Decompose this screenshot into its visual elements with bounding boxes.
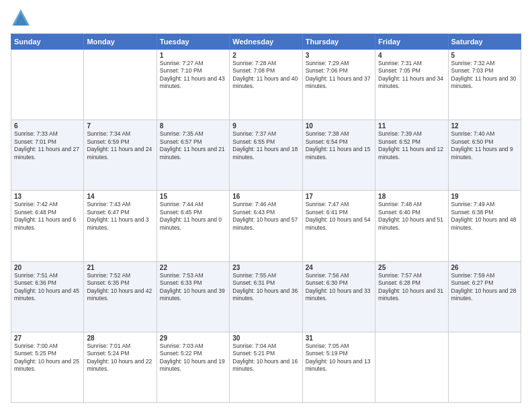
day-cell <box>375 332 448 402</box>
day-info: Sunrise: 7:43 AMSunset: 6:47 PMDaylight:… <box>87 201 153 232</box>
day-info: Sunrise: 7:39 AMSunset: 6:52 PMDaylight:… <box>378 130 445 161</box>
day-cell: 11Sunrise: 7:39 AMSunset: 6:52 PMDayligh… <box>375 120 448 191</box>
day-info: Sunrise: 7:27 AMSunset: 7:10 PMDaylight:… <box>160 60 226 91</box>
week-row-2: 6Sunrise: 7:33 AMSunset: 7:01 PMDaylight… <box>11 120 521 191</box>
weekday-header-sunday: Sunday <box>11 34 84 50</box>
day-info: Sunrise: 7:31 AMSunset: 7:05 PMDaylight:… <box>378 60 445 91</box>
day-number: 7 <box>87 122 153 130</box>
day-number: 9 <box>232 122 299 130</box>
day-info: Sunrise: 7:32 AMSunset: 7:03 PMDaylight:… <box>451 60 518 91</box>
week-row-3: 13Sunrise: 7:42 AMSunset: 6:48 PMDayligh… <box>11 191 521 261</box>
day-number: 4 <box>378 52 445 59</box>
day-cell: 13Sunrise: 7:42 AMSunset: 6:48 PMDayligh… <box>11 191 84 261</box>
day-cell: 21Sunrise: 7:52 AMSunset: 6:35 PMDayligh… <box>84 261 157 332</box>
day-cell: 24Sunrise: 7:56 AMSunset: 6:30 PMDayligh… <box>302 261 375 332</box>
day-cell: 20Sunrise: 7:51 AMSunset: 6:36 PMDayligh… <box>11 261 84 332</box>
weekday-header-friday: Friday <box>375 34 448 50</box>
day-number: 16 <box>232 193 299 200</box>
day-info: Sunrise: 7:47 AMSunset: 6:41 PMDaylight:… <box>306 201 372 232</box>
day-number: 27 <box>14 334 81 342</box>
day-number: 29 <box>160 334 226 342</box>
day-cell: 4Sunrise: 7:31 AMSunset: 7:05 PMDaylight… <box>375 50 448 120</box>
page: SundayMondayTuesdayWednesdayThursdayFrid… <box>0 0 532 411</box>
day-number: 13 <box>14 193 81 200</box>
day-number: 23 <box>232 264 299 271</box>
day-info: Sunrise: 7:42 AMSunset: 6:48 PMDaylight:… <box>14 201 81 232</box>
day-number: 28 <box>87 334 153 342</box>
day-info: Sunrise: 7:00 AMSunset: 5:25 PMDaylight:… <box>14 342 81 373</box>
day-cell: 8Sunrise: 7:35 AMSunset: 6:57 PMDaylight… <box>157 120 229 191</box>
header <box>11 8 521 28</box>
day-info: Sunrise: 7:49 AMSunset: 6:38 PMDaylight:… <box>451 201 518 232</box>
day-info: Sunrise: 7:51 AMSunset: 6:36 PMDaylight:… <box>14 272 81 303</box>
day-number: 12 <box>451 122 518 130</box>
day-cell <box>84 50 157 120</box>
day-cell: 14Sunrise: 7:43 AMSunset: 6:47 PMDayligh… <box>84 191 157 261</box>
day-cell: 18Sunrise: 7:48 AMSunset: 6:40 PMDayligh… <box>375 191 448 261</box>
day-info: Sunrise: 7:40 AMSunset: 6:50 PMDaylight:… <box>451 130 518 161</box>
day-info: Sunrise: 7:48 AMSunset: 6:40 PMDaylight:… <box>378 201 445 232</box>
day-cell: 26Sunrise: 7:59 AMSunset: 6:27 PMDayligh… <box>448 261 521 332</box>
day-cell: 15Sunrise: 7:44 AMSunset: 6:45 PMDayligh… <box>157 191 229 261</box>
day-info: Sunrise: 7:05 AMSunset: 5:19 PMDaylight:… <box>306 342 372 373</box>
day-cell: 23Sunrise: 7:55 AMSunset: 6:31 PMDayligh… <box>230 261 302 332</box>
day-number: 10 <box>306 122 372 130</box>
day-info: Sunrise: 7:33 AMSunset: 7:01 PMDaylight:… <box>14 130 81 161</box>
day-cell: 31Sunrise: 7:05 AMSunset: 5:19 PMDayligh… <box>302 332 375 402</box>
day-info: Sunrise: 7:37 AMSunset: 6:55 PMDaylight:… <box>232 130 299 161</box>
day-number: 14 <box>87 193 153 200</box>
logo <box>11 8 34 28</box>
day-number: 25 <box>378 264 445 271</box>
day-number: 20 <box>14 264 81 271</box>
day-number: 15 <box>160 193 226 200</box>
day-cell: 25Sunrise: 7:57 AMSunset: 6:28 PMDayligh… <box>375 261 448 332</box>
day-info: Sunrise: 7:57 AMSunset: 6:28 PMDaylight:… <box>378 272 445 303</box>
day-info: Sunrise: 7:59 AMSunset: 6:27 PMDaylight:… <box>451 272 518 303</box>
day-cell: 2Sunrise: 7:28 AMSunset: 7:08 PMDaylight… <box>230 50 302 120</box>
day-number: 18 <box>378 193 445 200</box>
day-number: 22 <box>160 264 226 271</box>
day-info: Sunrise: 7:28 AMSunset: 7:08 PMDaylight:… <box>232 60 299 91</box>
day-number: 8 <box>160 122 226 130</box>
day-number: 19 <box>451 193 518 200</box>
day-info: Sunrise: 7:44 AMSunset: 6:45 PMDaylight:… <box>160 201 226 232</box>
week-row-1: 1Sunrise: 7:27 AMSunset: 7:10 PMDaylight… <box>11 50 521 120</box>
day-info: Sunrise: 7:03 AMSunset: 5:22 PMDaylight:… <box>160 342 226 373</box>
day-cell: 29Sunrise: 7:03 AMSunset: 5:22 PMDayligh… <box>157 332 229 402</box>
day-cell: 10Sunrise: 7:38 AMSunset: 6:54 PMDayligh… <box>302 120 375 191</box>
day-info: Sunrise: 7:01 AMSunset: 5:24 PMDaylight:… <box>87 342 153 373</box>
weekday-header-row: SundayMondayTuesdayWednesdayThursdayFrid… <box>11 34 521 50</box>
day-info: Sunrise: 7:38 AMSunset: 6:54 PMDaylight:… <box>306 130 372 161</box>
day-number: 6 <box>14 122 81 130</box>
day-info: Sunrise: 7:34 AMSunset: 6:59 PMDaylight:… <box>87 130 153 161</box>
day-cell: 19Sunrise: 7:49 AMSunset: 6:38 PMDayligh… <box>448 191 521 261</box>
day-number: 3 <box>306 52 372 59</box>
day-cell: 17Sunrise: 7:47 AMSunset: 6:41 PMDayligh… <box>302 191 375 261</box>
day-number: 31 <box>306 334 372 342</box>
day-number: 17 <box>306 193 372 200</box>
calendar-table: SundayMondayTuesdayWednesdayThursdayFrid… <box>11 34 521 403</box>
day-number: 11 <box>378 122 445 130</box>
day-cell: 6Sunrise: 7:33 AMSunset: 7:01 PMDaylight… <box>11 120 84 191</box>
day-number: 30 <box>232 334 299 342</box>
weekday-header-monday: Monday <box>84 34 157 50</box>
day-cell: 16Sunrise: 7:46 AMSunset: 6:43 PMDayligh… <box>230 191 302 261</box>
day-info: Sunrise: 7:46 AMSunset: 6:43 PMDaylight:… <box>232 201 299 232</box>
week-row-4: 20Sunrise: 7:51 AMSunset: 6:36 PMDayligh… <box>11 261 521 332</box>
weekday-header-tuesday: Tuesday <box>157 34 229 50</box>
day-cell: 1Sunrise: 7:27 AMSunset: 7:10 PMDaylight… <box>157 50 229 120</box>
day-cell: 5Sunrise: 7:32 AMSunset: 7:03 PMDaylight… <box>448 50 521 120</box>
day-info: Sunrise: 7:04 AMSunset: 5:21 PMDaylight:… <box>232 342 299 373</box>
day-cell: 27Sunrise: 7:00 AMSunset: 5:25 PMDayligh… <box>11 332 84 402</box>
week-row-5: 27Sunrise: 7:00 AMSunset: 5:25 PMDayligh… <box>11 332 521 402</box>
day-number: 24 <box>306 264 372 271</box>
day-cell: 7Sunrise: 7:34 AMSunset: 6:59 PMDaylight… <box>84 120 157 191</box>
day-info: Sunrise: 7:29 AMSunset: 7:06 PMDaylight:… <box>306 60 372 91</box>
day-cell: 22Sunrise: 7:53 AMSunset: 6:33 PMDayligh… <box>157 261 229 332</box>
day-number: 21 <box>87 264 153 271</box>
day-info: Sunrise: 7:56 AMSunset: 6:30 PMDaylight:… <box>306 272 372 303</box>
weekday-header-thursday: Thursday <box>302 34 375 50</box>
day-cell: 28Sunrise: 7:01 AMSunset: 5:24 PMDayligh… <box>84 332 157 402</box>
day-number: 26 <box>451 264 518 271</box>
day-number: 2 <box>232 52 299 59</box>
